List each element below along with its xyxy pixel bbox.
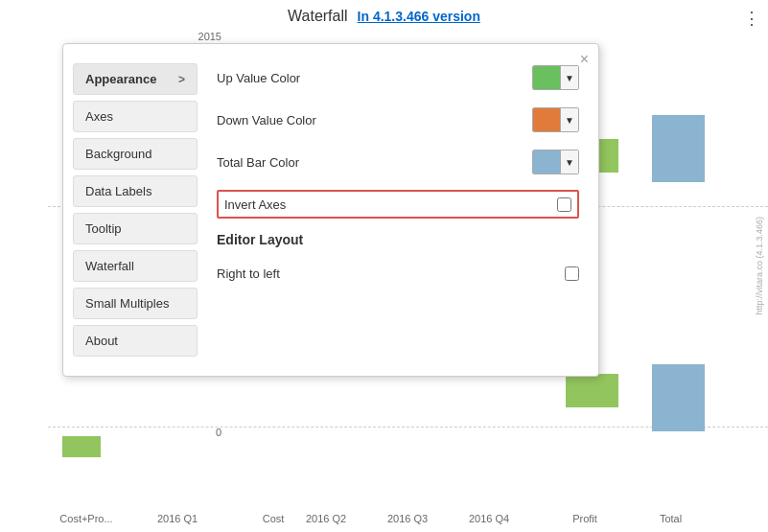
nav-label-tooltip: Tooltip: [85, 221, 122, 236]
editor-layout-heading: Editor Layout: [217, 232, 579, 247]
nav-label-axes: Axes: [85, 109, 113, 124]
appearance-content: Up Value Color ▼ Down Value Color ▼ Tota…: [207, 63, 589, 357]
right-to-left-checkbox[interactable]: [565, 266, 579, 281]
nav-sidebar: Appearance > Axes Background Data Labels…: [73, 63, 207, 357]
up-value-color-label: Up Value Color: [217, 71, 532, 85]
up-value-color-swatch: [533, 66, 560, 89]
nav-item-small-multiples[interactable]: Small Multiples: [73, 288, 198, 319]
nav-label-background: Background: [85, 147, 151, 161]
nav-item-about[interactable]: About: [73, 325, 198, 357]
y-label-0-2: 0: [216, 427, 221, 438]
invert-axes-label: Invert Axes: [224, 197, 557, 212]
total-bar-color-swatch: [533, 150, 560, 173]
invert-axes-row: Invert Axes: [217, 190, 579, 219]
down-value-color-label: Down Value Color: [217, 113, 532, 127]
total-bar-color-dropdown-arrow[interactable]: ▼: [560, 150, 578, 173]
down-value-color-dropdown-arrow[interactable]: ▼: [560, 108, 578, 131]
total-bar-color-label: Total Bar Color: [217, 155, 532, 170]
nav-label-waterfall: Waterfall: [85, 259, 134, 273]
total-bar-color-picker[interactable]: ▼: [532, 150, 579, 174]
nav-item-axes[interactable]: Axes: [73, 101, 198, 132]
chart-header: Waterfall In 4.1.3.466 version: [0, 8, 768, 25]
chevron-right-icon: >: [178, 73, 185, 86]
down-value-color-row: Down Value Color ▼: [217, 105, 579, 134]
bar-small-bottom-green: [62, 436, 101, 457]
bar-total-top-blue: [652, 115, 705, 182]
up-value-color-dropdown-arrow[interactable]: ▼: [560, 66, 578, 89]
nav-label-about: About: [85, 334, 118, 348]
x-label-2016q4: 2016 Q4: [460, 513, 518, 524]
modal-close-button[interactable]: ×: [580, 52, 589, 67]
nav-item-tooltip[interactable]: Tooltip: [73, 213, 198, 244]
chart-title: Waterfall: [288, 8, 348, 25]
x-label-2016q3: 2016 Q3: [379, 513, 436, 524]
nav-label-small-multiples: Small Multiples: [85, 296, 169, 311]
invert-axes-checkbox[interactable]: [557, 197, 571, 212]
y-label-2015: 2015: [198, 31, 221, 42]
x-label-2016q2: 2016 Q2: [297, 513, 355, 524]
x-label-total: Total: [644, 513, 697, 524]
total-bar-color-row: Total Bar Color ▼: [217, 148, 579, 176]
bar-profit-bottom-green: [566, 374, 618, 407]
settings-modal: × Appearance > Axes Background Data Labe…: [62, 43, 599, 377]
down-value-color-picker[interactable]: ▼: [532, 107, 579, 132]
x-label-cost: Cost: [249, 513, 297, 524]
nav-label-appearance: Appearance: [85, 72, 156, 86]
modal-body: Appearance > Axes Background Data Labels…: [63, 44, 598, 376]
right-to-left-row: Right to left: [217, 259, 579, 288]
nav-item-data-labels[interactable]: Data Labels: [73, 175, 198, 207]
up-value-color-row: Up Value Color ▼: [217, 63, 579, 92]
vertical-text-container: http://vitara.co (4.1.3.466): [755, 0, 764, 532]
down-value-color-swatch: [533, 108, 560, 131]
chart-version-link[interactable]: In 4.1.3.466 version: [358, 9, 480, 24]
x-label-profit: Profit: [556, 513, 614, 524]
bar-total-bottom-blue: [652, 364, 705, 431]
vertical-branding-text: http://vitara.co (4.1.3.466): [755, 217, 764, 315]
nav-item-waterfall[interactable]: Waterfall: [73, 250, 198, 282]
up-value-color-picker[interactable]: ▼: [532, 65, 579, 90]
nav-label-data-labels: Data Labels: [85, 184, 151, 198]
nav-item-background[interactable]: Background: [73, 138, 198, 170]
nav-item-appearance[interactable]: Appearance >: [73, 63, 198, 95]
x-label-2016q1: 2016 Q1: [149, 513, 206, 524]
right-to-left-label: Right to left: [217, 266, 565, 281]
x-label-cost-pro: Cost+Pro...: [53, 513, 120, 524]
